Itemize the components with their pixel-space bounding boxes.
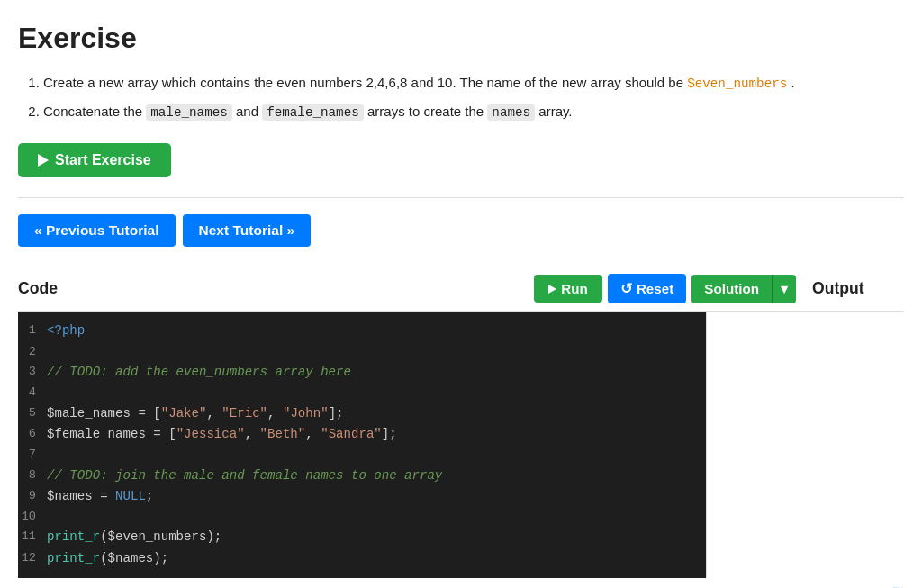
code-line: 11 print_r($even_numbers); [18,527,706,547]
prev-tutorial-button[interactable]: « Previous Tutorial [18,214,176,247]
code-line: 8 // TODO: join the male and female name… [18,466,706,486]
output-label: Output [796,279,904,298]
exercise-item-2-text-mid2: arrays to create the [367,104,487,119]
code-line: 12 print_r($names); [18,548,706,569]
code-line: 9 $names = NULL; [18,486,706,507]
nav-buttons: « Previous Tutorial Next Tutorial » [18,214,904,247]
exercise-item-2: Concatenate the male_names and female_na… [43,100,904,123]
code-editor[interactable]: 1 <?php 2 3 // TODO: add the even_number… [18,312,706,577]
run-label: Run [561,281,588,296]
code-line: 6 $female_names = ["Jessica", "Beth", "S… [18,424,706,445]
code-line: 1 <?php [18,321,706,341]
divider [18,197,904,198]
solution-button[interactable]: Solution [692,275,772,303]
exercise-item-1-text-after: . [791,75,795,90]
toolbar-buttons: Run ↺ Reset Solution ▾ [534,274,796,303]
toolbar-row: Code Run ↺ Reset Solution ▾ [18,267,904,311]
solution-label: Solution [704,281,759,296]
chevron-down-icon: ▾ [781,281,788,296]
prev-tutorial-label: « Previous Tutorial [34,222,159,238]
code-line: 4 [18,383,706,403]
start-exercise-label: Start Exercise [55,152,151,168]
exercise-item-1-code: $even_numbers [687,77,787,91]
reset-label: Reset [637,281,673,296]
code-area-row: 1 <?php 2 3 // TODO: add the even_number… [18,311,904,577]
solution-group: Solution ▾ [692,275,796,303]
exercise-item-1-text-before: Create a new array which contains the ev… [43,75,687,90]
play-icon [38,154,49,167]
code-output-section: Code Run ↺ Reset Solution ▾ [18,267,904,577]
exercise-item-2-code1: male_names [146,104,232,121]
exercise-item-2-text-end: array. [538,104,572,119]
code-label: Code [18,279,534,298]
next-tutorial-button[interactable]: Next Tutorial » [183,214,312,247]
code-line: 3 // TODO: add the even_numbers array he… [18,362,706,383]
code-line: 10 [18,507,706,527]
output-panel [706,312,904,577]
exercise-list: Create a new array which contains the ev… [18,71,904,123]
run-button[interactable]: Run [534,275,602,303]
exercise-item-2-text-mid: and [236,104,262,119]
page-title: Exercise [18,22,904,55]
exercise-item-2-text: Concatenate the [43,104,146,119]
page-container: Exercise Create a new array which contai… [0,0,922,588]
run-icon [548,285,556,294]
exercise-item-2-code3: names [487,104,535,121]
start-exercise-button[interactable]: Start Exercise [18,143,171,177]
exercise-item-2-code2: female_names [262,104,364,121]
reset-button[interactable]: ↺ Reset [608,274,686,303]
reset-icon: ↺ [620,280,632,297]
solution-dropdown-button[interactable]: ▾ [772,275,796,303]
code-line: 5 $male_names = ["Jake", "Eric", "John"]… [18,403,706,424]
code-line: 2 [18,342,706,362]
exercise-item-1: Create a new array which contains the ev… [43,71,904,95]
next-tutorial-label: Next Tutorial » [199,222,295,238]
code-line: 7 [18,445,706,465]
